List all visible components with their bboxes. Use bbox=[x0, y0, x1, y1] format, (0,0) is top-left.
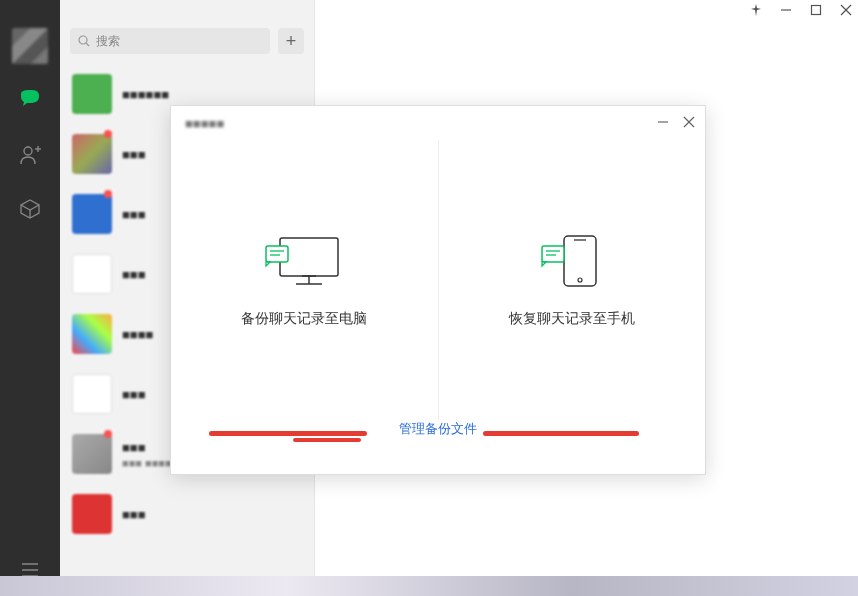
collections-tab-icon[interactable] bbox=[17, 196, 43, 222]
red-underline-annotation bbox=[293, 438, 361, 442]
user-avatar[interactable] bbox=[12, 28, 48, 64]
chat-name: ■■■ bbox=[122, 507, 302, 522]
red-underline-annotation bbox=[209, 431, 367, 436]
backup-dialog: ■■■■■ 备份聊天记录至电脑 bbox=[170, 105, 706, 475]
dialog-header: ■■■■■ bbox=[171, 106, 705, 140]
backup-label: 备份聊天记录至电脑 bbox=[241, 310, 367, 328]
search-row: 搜索 + bbox=[60, 0, 314, 64]
chat-avatar-icon bbox=[72, 254, 112, 294]
computer-icon bbox=[262, 232, 346, 292]
chat-avatar-icon bbox=[72, 314, 112, 354]
dialog-close-button[interactable] bbox=[683, 116, 695, 131]
red-underline-annotation bbox=[483, 431, 639, 436]
bottom-strip bbox=[0, 576, 858, 596]
restore-to-phone-option[interactable]: 恢复聊天记录至手机 bbox=[438, 140, 706, 420]
phone-icon bbox=[536, 232, 608, 292]
svg-point-4 bbox=[24, 147, 32, 155]
close-button[interactable] bbox=[840, 4, 852, 19]
chat-item[interactable]: ■■■ bbox=[60, 484, 314, 544]
search-placeholder: 搜索 bbox=[96, 33, 120, 50]
maximize-button[interactable] bbox=[810, 4, 822, 19]
unread-badge bbox=[104, 130, 112, 138]
dialog-minimize-button[interactable] bbox=[657, 116, 669, 131]
chat-avatar-icon bbox=[72, 74, 112, 114]
chat-avatar-icon bbox=[72, 494, 112, 534]
chat-avatar-icon bbox=[72, 134, 112, 174]
unread-badge bbox=[104, 430, 112, 438]
svg-point-24 bbox=[578, 278, 582, 282]
backup-to-computer-option[interactable]: 备份聊天记录至电脑 bbox=[171, 140, 438, 420]
dialog-title: ■■■■■ bbox=[185, 116, 224, 131]
unread-badge bbox=[104, 190, 112, 198]
chat-avatar-icon bbox=[72, 434, 112, 474]
chat-tab-icon[interactable] bbox=[17, 88, 43, 114]
svg-line-12 bbox=[86, 43, 89, 46]
chat-name: ■■■■■■ bbox=[122, 87, 302, 102]
search-icon bbox=[78, 35, 90, 47]
contacts-tab-icon[interactable] bbox=[17, 142, 43, 168]
restore-label: 恢复聊天记录至手机 bbox=[509, 310, 635, 328]
manage-backup-link[interactable]: 管理备份文件 bbox=[399, 421, 477, 436]
svg-rect-20 bbox=[266, 246, 288, 262]
new-chat-button[interactable]: + bbox=[278, 28, 304, 54]
window-controls bbox=[750, 4, 852, 19]
svg-point-11 bbox=[79, 36, 87, 44]
chat-avatar-icon bbox=[72, 374, 112, 414]
svg-rect-26 bbox=[542, 246, 564, 262]
search-input[interactable]: 搜索 bbox=[70, 28, 270, 54]
left-nav bbox=[0, 0, 60, 596]
minimize-button[interactable] bbox=[780, 4, 792, 19]
pin-button[interactable] bbox=[750, 4, 762, 19]
chat-avatar-icon bbox=[72, 194, 112, 234]
svg-rect-1 bbox=[812, 6, 821, 15]
